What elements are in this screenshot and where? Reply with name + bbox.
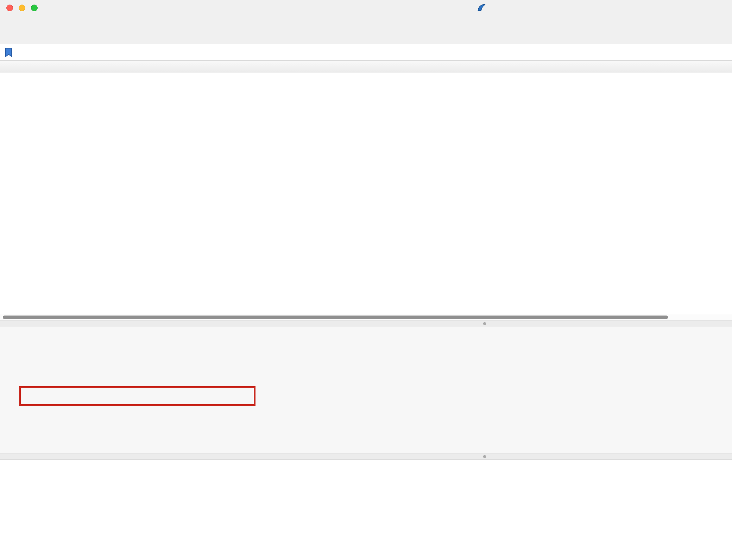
wireshark-logo-icon: [476, 2, 487, 13]
annotation-box: [19, 386, 255, 406]
titlebar: [0, 0, 732, 15]
traffic-lights: [0, 5, 38, 11]
minimize-button[interactable]: [19, 5, 25, 11]
splitter-handle-icon: [483, 322, 486, 325]
fullscreen-button[interactable]: [31, 5, 38, 11]
window-title-group: [476, 0, 490, 15]
packet-list-header: [0, 61, 732, 73]
hex-dump-pane: [0, 459, 732, 560]
filter-bar: [0, 44, 732, 61]
toolbar: [0, 15, 732, 44]
packet-details-pane: [0, 326, 732, 453]
filter-bookmark-icon[interactable]: [4, 47, 14, 58]
close-button[interactable]: [6, 5, 13, 11]
horizontal-scrollbar-track[interactable]: [0, 314, 732, 320]
packet-rows: [0, 73, 732, 314]
wireshark-window: [0, 0, 732, 560]
pane-splitter-bottom[interactable]: [0, 453, 732, 459]
splitter-handle-icon: [483, 455, 486, 458]
horizontal-scrollbar-thumb[interactable]: [3, 316, 668, 319]
pane-splitter-top[interactable]: [0, 320, 732, 326]
